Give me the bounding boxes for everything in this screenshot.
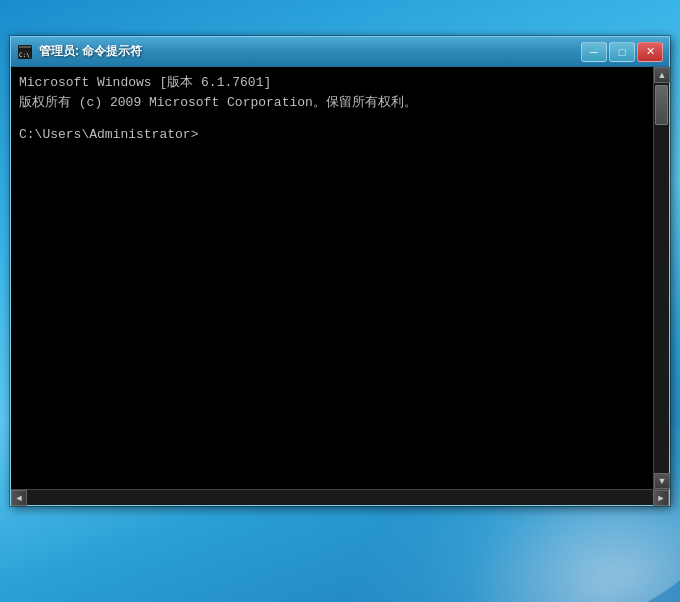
window-container: C:\ 管理员: 命令提示符 ─ □ ✕ Microsoft Windows [… xyxy=(10,36,670,506)
scroll-up-button[interactable]: ▲ xyxy=(654,67,670,83)
scroll-right-button[interactable]: ► xyxy=(653,490,669,506)
terminal-line-3 xyxy=(19,112,647,125)
maximize-button[interactable]: □ xyxy=(609,42,635,62)
close-button[interactable]: ✕ xyxy=(637,42,663,62)
terminal-line-1: Microsoft Windows [版本 6.1.7601] xyxy=(19,73,647,93)
scroll-track[interactable] xyxy=(654,83,669,473)
terminal-output[interactable]: Microsoft Windows [版本 6.1.7601] 版权所有 (c)… xyxy=(11,67,653,489)
scroll-down-button[interactable]: ▼ xyxy=(654,473,670,489)
scroll-left-button[interactable]: ◄ xyxy=(11,490,27,506)
terminal-wrapper: Microsoft Windows [版本 6.1.7601] 版权所有 (c)… xyxy=(11,67,669,489)
scroll-track-h[interactable] xyxy=(27,490,653,505)
horizontal-scrollbar: ◄ ► xyxy=(11,489,669,505)
vertical-scrollbar: ▲ ▼ xyxy=(653,67,669,489)
terminal-line-2: 版权所有 (c) 2009 Microsoft Corporation。保留所有… xyxy=(19,93,647,113)
title-bar: C:\ 管理员: 命令提示符 ─ □ ✕ xyxy=(11,37,669,67)
svg-rect-1 xyxy=(19,46,31,48)
cmd-window: C:\ 管理员: 命令提示符 ─ □ ✕ Microsoft Windows [… xyxy=(10,36,670,506)
svg-text:C:\: C:\ xyxy=(19,51,30,58)
minimize-button[interactable]: ─ xyxy=(581,42,607,62)
window-icon: C:\ xyxy=(17,44,33,60)
scroll-thumb[interactable] xyxy=(655,85,668,125)
window-controls: ─ □ ✕ xyxy=(581,42,663,62)
terminal-prompt: C:\Users\Administrator> xyxy=(19,125,647,145)
window-title: 管理员: 命令提示符 xyxy=(39,43,581,60)
